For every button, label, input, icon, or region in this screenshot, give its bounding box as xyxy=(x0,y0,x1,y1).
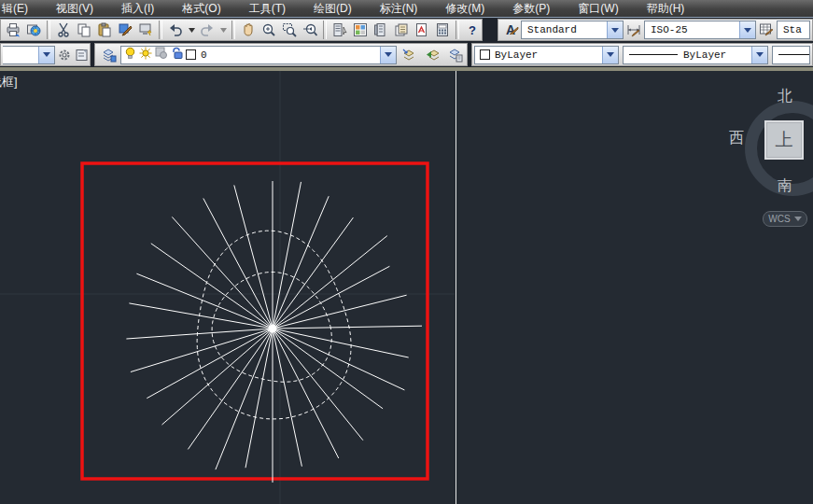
markup-manager-icon[interactable] xyxy=(412,20,432,40)
make-object-layer-current-icon[interactable] xyxy=(397,45,420,65)
menu-bar: 辑(E) 视图(V) 插入(I) 格式(O) 工具(T) 绘图(D) 标注(N)… xyxy=(0,0,813,18)
properties-icon[interactable] xyxy=(329,20,350,40)
plot-icon[interactable] xyxy=(3,20,23,40)
viewcube-north-label[interactable]: 北 xyxy=(778,87,792,106)
toolbar-row-2: 0 ByLayer ByLayer xyxy=(0,42,813,67)
separator xyxy=(159,21,162,39)
menu-help[interactable]: 帮助(H) xyxy=(645,1,687,17)
match-properties-icon[interactable] xyxy=(115,20,135,40)
lineweight-select[interactable] xyxy=(772,46,810,64)
sheetset-manager-icon[interactable] xyxy=(391,20,412,40)
table-style-select[interactable]: Sta xyxy=(777,21,810,39)
layer-previous-icon[interactable] xyxy=(420,45,443,65)
unlock-icon[interactable] xyxy=(171,47,183,63)
tool-palettes-icon[interactable] xyxy=(371,20,391,40)
freeze-icon[interactable] xyxy=(155,47,168,63)
standard-toolbar: ? xyxy=(0,19,483,41)
linetype-select[interactable]: ByLayer xyxy=(623,46,768,64)
menu-edit[interactable]: 辑(E) xyxy=(0,1,30,17)
autocad-window: 辑(E) 视图(V) 插入(I) 格式(O) 工具(T) 绘图(D) 标注(N)… xyxy=(0,0,813,504)
separator xyxy=(231,21,235,39)
layers-toolbar: 0 xyxy=(94,43,468,66)
properties-toolbar: ByLayer ByLayer xyxy=(471,43,813,66)
menu-window[interactable]: 窗口(W) xyxy=(576,1,620,17)
cad-drawing xyxy=(0,71,813,504)
layer-name: 0 xyxy=(199,49,377,61)
color-select[interactable]: ByLayer xyxy=(474,46,619,64)
quickcalc-icon[interactable] xyxy=(432,20,453,40)
menu-dimension[interactable]: 标注(N) xyxy=(378,1,420,17)
chevron-down-icon[interactable] xyxy=(380,47,396,63)
table-style-icon[interactable] xyxy=(756,20,777,40)
undo-icon[interactable] xyxy=(165,20,186,40)
wcs-button[interactable]: WCS xyxy=(763,211,807,227)
viewcube-west-label[interactable]: 西 xyxy=(729,129,744,148)
separator xyxy=(456,21,459,39)
menu-insert[interactable]: 插入(I) xyxy=(119,1,156,17)
zoom-previous-icon[interactable] xyxy=(300,20,320,40)
chevron-down-icon xyxy=(794,217,802,221)
dim-style-select[interactable]: ISO-25 xyxy=(644,21,756,39)
workspaces-toolbar xyxy=(0,43,91,66)
layer-states-icon[interactable] xyxy=(443,45,467,65)
menu-format[interactable]: 格式(O) xyxy=(180,1,222,17)
menu-draw[interactable]: 绘图(D) xyxy=(312,1,354,17)
text-style-icon[interactable]: A xyxy=(500,20,521,40)
chevron-down-icon[interactable] xyxy=(739,21,755,38)
viewcube-south-label[interactable]: 南 xyxy=(778,176,792,196)
viewcube-top-face[interactable]: 上 xyxy=(764,120,804,160)
chevron-down-icon[interactable] xyxy=(602,47,618,63)
sun-on-icon[interactable] xyxy=(139,47,152,63)
my-workspace-icon[interactable] xyxy=(73,45,91,65)
chevron-down-icon[interactable] xyxy=(751,47,767,63)
zoom-window-icon[interactable] xyxy=(279,20,300,40)
menu-modify[interactable]: 修改(M) xyxy=(443,1,486,17)
layer-select[interactable]: 0 xyxy=(120,46,397,64)
menu-view[interactable]: 视图(V) xyxy=(54,1,95,17)
bulb-on-icon[interactable] xyxy=(124,47,136,63)
dim-style-icon[interactable] xyxy=(624,20,644,40)
menu-tools[interactable]: 工具(T) xyxy=(247,1,287,17)
color-swatch xyxy=(480,47,490,63)
text-style-select[interactable]: Standard xyxy=(521,21,624,39)
chevron-down-icon[interactable] xyxy=(38,47,54,63)
styles-toolbar: A Standard ISO-25 Sta xyxy=(498,19,813,41)
undo-dropdown-icon[interactable] xyxy=(186,20,197,40)
copy-icon[interactable] xyxy=(74,20,94,40)
help-icon[interactable]: ? xyxy=(462,20,483,40)
workspace-settings-gear-icon[interactable] xyxy=(55,45,73,65)
redo-dropdown-icon[interactable] xyxy=(217,20,229,40)
block-editor-icon[interactable] xyxy=(135,20,156,40)
zoom-realtime-icon[interactable] xyxy=(259,20,279,40)
workspace-select[interactable] xyxy=(3,46,55,64)
color-swatch[interactable] xyxy=(186,47,196,63)
viewport-control-label[interactable]: 线框] xyxy=(0,74,18,91)
pan-icon[interactable] xyxy=(238,20,259,40)
toolbar-row-1: ? A Standard ISO-25 Sta xyxy=(0,18,813,42)
separator xyxy=(323,21,327,39)
cut-icon[interactable] xyxy=(53,20,74,40)
chevron-down-icon[interactable] xyxy=(607,21,623,38)
lineweight-sample xyxy=(778,54,810,55)
redo-icon[interactable] xyxy=(197,20,217,40)
drawing-canvas[interactable]: 线框] 北 西 南 上 WCS xyxy=(0,67,813,504)
menu-parametric[interactable]: 参数(P) xyxy=(511,1,552,17)
linetype-sample xyxy=(629,54,678,55)
separator xyxy=(47,21,50,39)
paste-icon[interactable] xyxy=(94,20,115,40)
designcenter-icon[interactable] xyxy=(350,20,371,40)
layer-properties-icon[interactable] xyxy=(97,45,120,65)
publish-icon[interactable] xyxy=(23,20,44,40)
